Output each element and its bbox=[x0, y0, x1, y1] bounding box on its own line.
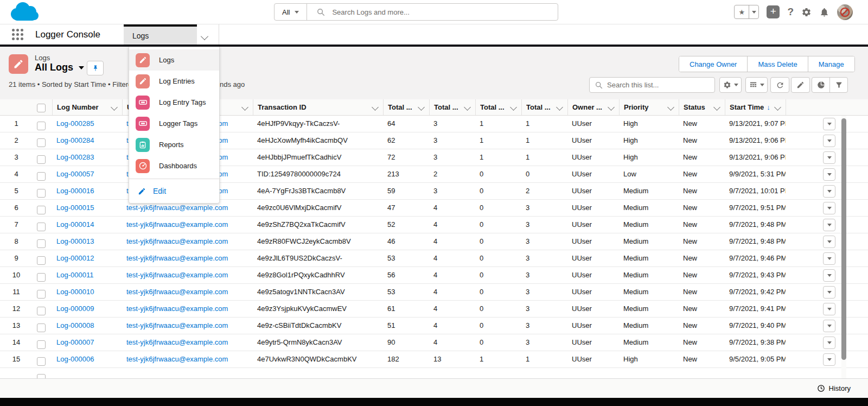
column-header-total[interactable]: Total ... ↓ bbox=[383, 99, 429, 115]
column-header-log-number[interactable]: Log Number ↓ bbox=[52, 99, 122, 115]
row-checkbox[interactable] bbox=[37, 307, 46, 315]
row-checkbox[interactable] bbox=[37, 189, 46, 198]
row-actions-button[interactable] bbox=[823, 168, 835, 181]
vertical-scrollbar[interactable] bbox=[841, 116, 846, 378]
column-header-status[interactable]: Status ↓ bbox=[679, 99, 725, 115]
row-actions-button[interactable] bbox=[823, 286, 835, 299]
column-menu-chevron-icon[interactable] bbox=[241, 104, 248, 111]
column-header-total[interactable]: Total ... ↓ bbox=[475, 99, 521, 115]
row-checkbox[interactable] bbox=[37, 155, 46, 164]
logged-by-link[interactable]: test-yjk6jfrwaacu@example.com bbox=[126, 288, 228, 296]
log-number-link[interactable]: Log-000285 bbox=[56, 119, 94, 128]
refresh-button[interactable] bbox=[770, 77, 789, 93]
row-checkbox[interactable] bbox=[37, 138, 46, 147]
column-header-start-time[interactable]: Start Time ↓ bbox=[725, 99, 786, 115]
charts-button[interactable] bbox=[812, 78, 829, 92]
row-actions-button[interactable] bbox=[823, 252, 835, 265]
global-actions-plus-icon[interactable]: + bbox=[767, 5, 780, 18]
log-number-link[interactable]: Log-000008 bbox=[56, 321, 94, 329]
row-checkbox[interactable] bbox=[37, 290, 46, 299]
column-menu-chevron-icon[interactable] bbox=[510, 104, 517, 111]
history-utility-button[interactable]: History bbox=[829, 384, 851, 392]
tab-logs[interactable]: Logs bbox=[124, 24, 197, 45]
log-number-link[interactable]: Log-000284 bbox=[56, 136, 94, 144]
logged-by-link[interactable]: test-yjk6jfrwaacu@example.com bbox=[126, 271, 228, 279]
tab-menu-item-log-entries[interactable]: Log Entries bbox=[129, 71, 219, 92]
manage-button[interactable]: Manage bbox=[808, 56, 854, 72]
logged-by-link[interactable]: test-yjk6jfrwaacu@example.com bbox=[126, 304, 228, 313]
row-actions-button[interactable] bbox=[823, 320, 835, 332]
log-number-link[interactable]: Log-000006 bbox=[56, 355, 94, 363]
list-view-controls-button[interactable] bbox=[719, 77, 742, 93]
column-menu-chevron-icon[interactable] bbox=[464, 104, 471, 111]
select-all-checkbox[interactable] bbox=[37, 104, 46, 112]
row-actions-button[interactable] bbox=[823, 118, 835, 130]
inline-edit-button[interactable] bbox=[791, 77, 810, 93]
log-number-link[interactable]: Log-000057 bbox=[56, 170, 94, 178]
logged-by-link[interactable]: test-yjk6jfrwaacu@example.com bbox=[126, 220, 228, 229]
row-checkbox[interactable] bbox=[37, 172, 46, 181]
tab-menu-item-dashboards[interactable]: Dashboards bbox=[129, 155, 219, 176]
column-header-total[interactable]: Total ... ↓ bbox=[521, 99, 567, 115]
column-menu-chevron-icon[interactable] bbox=[372, 104, 379, 111]
row-checkbox[interactable] bbox=[37, 256, 46, 265]
row-actions-button[interactable] bbox=[823, 337, 835, 349]
column-menu-chevron-icon[interactable] bbox=[418, 104, 425, 111]
favorites-caret-icon[interactable] bbox=[749, 5, 758, 18]
log-number-link[interactable]: Log-000010 bbox=[56, 288, 94, 296]
logged-by-link[interactable]: test-yjk6jfrwaacu@example.com bbox=[126, 204, 228, 212]
logged-by-link[interactable]: test-yjk6jfrwaacu@example.com bbox=[126, 355, 228, 363]
row-checkbox[interactable] bbox=[37, 374, 46, 378]
tab-menu-item-logs[interactable]: Logs bbox=[129, 49, 219, 71]
favorites-star-icon[interactable]: ★ bbox=[735, 5, 749, 18]
column-menu-chevron-icon[interactable] bbox=[713, 104, 720, 111]
row-checkbox[interactable] bbox=[37, 273, 46, 282]
log-number-link[interactable]: Log-000013 bbox=[56, 237, 94, 245]
logged-by-link[interactable]: test-yjk6jfrwaacu@example.com bbox=[126, 237, 228, 245]
row-actions-button[interactable] bbox=[823, 353, 835, 366]
menu-item-edit[interactable]: Edit bbox=[129, 181, 219, 201]
row-actions-button[interactable] bbox=[823, 219, 835, 231]
row-actions-button[interactable] bbox=[823, 185, 835, 198]
row-actions-button[interactable] bbox=[823, 236, 835, 248]
column-header-transaction-id[interactable]: Transaction ID ↓ bbox=[253, 99, 383, 115]
column-menu-chevron-icon[interactable] bbox=[556, 104, 563, 111]
list-view-selector[interactable]: All Logs bbox=[35, 62, 84, 73]
notifications-bell-icon[interactable] bbox=[819, 7, 829, 17]
log-number-link[interactable]: Log-000016 bbox=[56, 187, 94, 195]
row-checkbox[interactable] bbox=[37, 323, 46, 332]
tab-dropdown-chevron-icon[interactable] bbox=[202, 31, 207, 41]
column-header-priority[interactable]: Priority ↓ bbox=[619, 99, 679, 115]
tab-menu-item-logger-tags[interactable]: Logger Tags bbox=[129, 113, 219, 134]
user-avatar[interactable] bbox=[837, 4, 853, 20]
list-search-input[interactable]: Search this list... bbox=[589, 77, 715, 93]
row-actions-button[interactable] bbox=[823, 303, 835, 315]
search-scope-selector[interactable]: All bbox=[275, 4, 307, 20]
log-number-link[interactable]: Log-000283 bbox=[56, 153, 94, 161]
row-checkbox[interactable] bbox=[37, 239, 46, 248]
log-number-link[interactable]: Log-000014 bbox=[56, 220, 94, 229]
row-actions-button[interactable] bbox=[823, 269, 835, 282]
favorites-button[interactable]: ★ bbox=[734, 5, 759, 19]
scrollbar-thumb[interactable] bbox=[841, 118, 846, 360]
column-header-total[interactable]: Total ... ↓ bbox=[429, 99, 475, 115]
column-menu-chevron-icon[interactable] bbox=[774, 104, 781, 111]
log-number-link[interactable]: Log-000007 bbox=[56, 338, 94, 346]
row-checkbox[interactable] bbox=[37, 223, 46, 231]
row-checkbox[interactable] bbox=[37, 206, 46, 214]
pin-list-button[interactable] bbox=[87, 61, 104, 75]
column-menu-chevron-icon[interactable] bbox=[608, 104, 615, 111]
logged-by-link[interactable]: test-yjk6jfrwaacu@example.com bbox=[126, 254, 228, 262]
mass-delete-button[interactable]: Mass Delete bbox=[747, 56, 807, 72]
logged-by-link[interactable]: test-yjk6jfrwaacu@example.com bbox=[126, 338, 228, 346]
tab-menu-item-reports[interactable]: Reports bbox=[129, 134, 219, 155]
change-owner-button[interactable]: Change Owner bbox=[679, 56, 747, 72]
global-search[interactable]: All Search Logs and more... bbox=[274, 3, 558, 21]
salesforce-logo-icon[interactable] bbox=[9, 1, 40, 26]
log-number-link[interactable]: Log-000015 bbox=[56, 204, 94, 212]
row-checkbox[interactable] bbox=[37, 357, 46, 366]
setup-gear-icon[interactable] bbox=[801, 7, 812, 17]
log-number-link[interactable]: Log-000012 bbox=[56, 254, 94, 262]
log-number-link[interactable]: Log-000011 bbox=[56, 271, 93, 279]
logged-by-link[interactable]: test-yjk6jfrwaacu@example.com bbox=[126, 321, 228, 329]
